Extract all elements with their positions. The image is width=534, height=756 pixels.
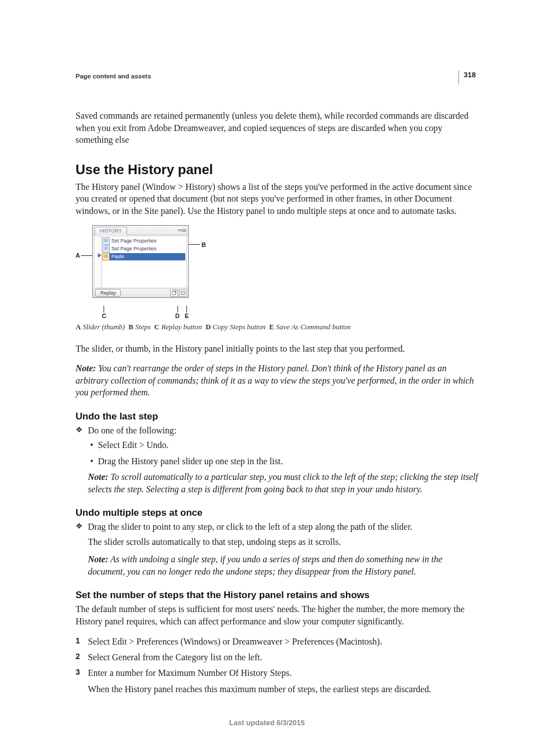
note-reorder: Note: You can't rearrange the order of s… (76, 362, 478, 399)
history-tab[interactable]: HISTORY (95, 227, 127, 235)
caption-text: Replay button (161, 323, 202, 331)
heading-undo-last-step: Undo the last step (76, 411, 478, 422)
copy-steps-icon[interactable] (170, 290, 178, 297)
do-one-of-following: Do one of the following: (76, 424, 478, 437)
figure-caption: A Slider (thumb) B Steps C Replay button… (76, 323, 478, 332)
step-item: Enter a number for Maximum Number Of His… (76, 667, 478, 679)
panel-body: Set Page Properties Set Page Properties … (94, 236, 187, 288)
note-scroll: Note: To scroll automatically to a parti… (88, 471, 478, 495)
set-steps-para: The default number of steps is sufficien… (76, 603, 478, 627)
note-text: As with undoing a single step, if you un… (88, 554, 442, 576)
caption-text: Copy Steps button (213, 323, 266, 331)
section-label: Page content and assets (76, 73, 478, 80)
caption-text: Save As Command button (276, 323, 351, 331)
caption-text: Steps (135, 323, 151, 331)
save-as-command-icon[interactable] (179, 290, 187, 297)
history-step[interactable]: Set Page Properties (102, 237, 185, 245)
note-lead: Note: (88, 554, 108, 564)
slider-description: The slider, or thumb, in the History pan… (76, 343, 478, 355)
note-text: You can't rearrange the order of steps i… (76, 363, 474, 397)
intro-paragraph: Saved commands are retained permanently … (76, 110, 478, 146)
callout-c-tick (104, 306, 104, 312)
panel-tabbar: HISTORY (93, 226, 188, 235)
page-footer: Last updated 6/3/2015 (0, 718, 534, 727)
history-intro-paragraph: The History panel (Window > History) sho… (76, 181, 478, 217)
undo-multiple-para: The slider scrolls automatically to that… (88, 536, 478, 548)
callout-a-label: A (76, 252, 80, 259)
bullet-item: Select Edit > Undo. (76, 439, 478, 451)
panel-menu-icon[interactable] (181, 228, 186, 233)
callout-a-line (81, 255, 92, 256)
caption-key: B (129, 323, 134, 331)
caption-key: A (76, 323, 81, 331)
callout-b-line (188, 244, 200, 245)
replay-button[interactable]: Replay (95, 289, 121, 297)
history-panel: HISTORY Set Page Properties Set Page Pro… (92, 225, 189, 298)
page-properties-icon (102, 245, 110, 253)
history-step-label: Set Page Properties (111, 246, 157, 251)
page-number: 318 (458, 71, 478, 85)
panel-footer: Replay (93, 288, 188, 297)
paste-icon (102, 253, 110, 260)
callout-d-tick (177, 306, 178, 312)
callout-e-tick (186, 306, 187, 312)
history-slider-thumb[interactable] (98, 253, 101, 258)
caption-key: D (205, 323, 210, 331)
history-step-label: Paste (111, 254, 124, 259)
history-step[interactable]: Set Page Properties (102, 245, 185, 253)
callout-d-label: D (175, 312, 180, 319)
note-lead: Note: (88, 472, 108, 482)
history-slider-track[interactable] (97, 236, 102, 288)
step-item: Select Edit > Preferences (Windows) or D… (76, 636, 478, 648)
history-step-label: Set Page Properties (111, 238, 157, 244)
heading-use-history-panel: Use the History panel (76, 162, 478, 178)
note-text: To scroll automatically to a particular … (88, 472, 478, 494)
callout-b-label: B (202, 241, 206, 248)
history-panel-figure: A B HISTORY Set Page Properties Set Page… (76, 225, 210, 319)
caption-key: C (154, 323, 159, 331)
caption-text: Slider (thumb) (83, 323, 125, 331)
heading-set-number-of-steps: Set the number of steps that the History… (76, 590, 478, 601)
set-steps-tail: When the History panel reaches this maxi… (88, 683, 478, 696)
undo-multiple-lead: Drag the slider to point to any step, or… (76, 521, 478, 533)
bullet-item: Drag the History panel slider up one ste… (76, 455, 478, 468)
note-undo-series: Note: As with undoing a single step, if … (88, 553, 478, 577)
callout-e-label: E (185, 312, 189, 319)
page-properties-icon (102, 237, 110, 245)
caption-key: E (269, 323, 274, 331)
heading-undo-multiple: Undo multiple steps at once (76, 507, 478, 519)
note-lead: Note: (76, 363, 96, 373)
history-step-selected[interactable]: Paste (102, 253, 185, 260)
callout-c-label: C (102, 312, 106, 319)
step-item: Select General from the Category list on… (76, 651, 478, 664)
